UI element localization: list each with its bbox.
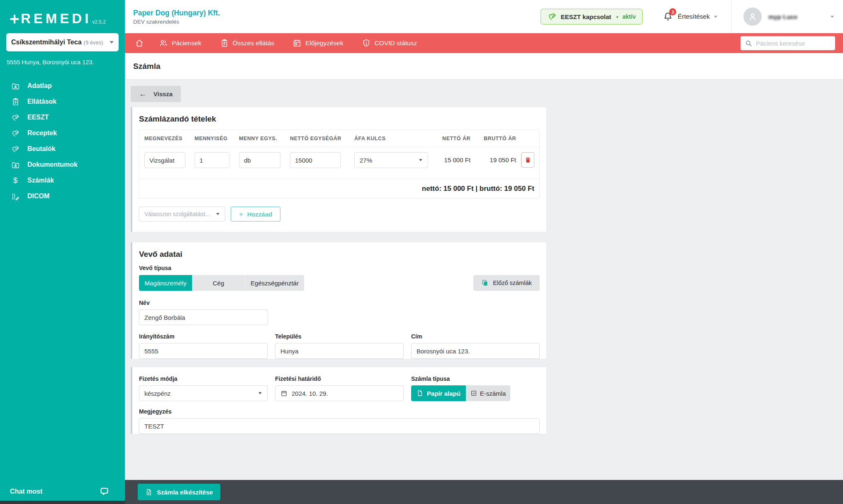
table-row: 27% 15 000 Ft 19 050 Ft [139,147,539,179]
add-item-button[interactable]: + Hozzáad [231,207,280,222]
invoice-type-toggle: Papír alapú E-számla [411,385,540,401]
clinic-name[interactable]: Paper Dog (Hungary) Kft. [133,9,220,17]
type-ceg-button[interactable]: Cég [192,275,245,291]
item-net-price: 15 000 Ft [436,152,470,168]
eeszt-connection-badge[interactable]: EESZT kapcsolat • aktív [541,9,643,24]
address-input[interactable] [411,343,540,359]
heart-pen-icon [548,12,557,21]
col-header-megnevezes: MEGNEVEZÉS [144,136,195,141]
chat-button[interactable]: Chat most [10,486,114,497]
shield-info-icon [362,39,371,48]
nav-item-paciensek[interactable]: Páciensek [159,39,202,48]
city-input[interactable] [275,343,404,359]
clinic-subtitle: DEV szakrendelés [133,19,220,25]
dollar-icon: $ [10,176,21,185]
item-quantity-input[interactable] [195,152,229,168]
main-navbar: Páciensek Összes ellátás Előjegyzések CO… [125,33,843,53]
delete-item-button[interactable] [521,152,534,168]
chat-bubble-icon [99,486,110,497]
sidebar: REMEDI v2.5.2 Csíkszentmihályi Teca (9 é… [0,0,125,504]
e-invoice-button[interactable]: E-számla [466,385,510,401]
action-footer: Számla elkészítése [125,480,843,504]
sidebar-item-adatlap[interactable]: Adatlap [0,78,125,94]
avatar [743,7,762,26]
app-version: v2.5.2 [92,19,106,25]
patient-search-input[interactable] [756,40,826,47]
name-label: Név [139,299,540,306]
app-logo-text: REMEDI [21,11,91,27]
customer-name-input[interactable] [139,309,268,325]
chevron-down-icon [216,213,219,215]
service-select[interactable]: Válasszon szolgáltatást... [139,207,225,222]
table-header-row: MEGNEVEZÉS MENNYISÉG MENNY EGYS. NETTÓ E… [139,130,539,147]
notifications-button[interactable]: 3 Értesítések [663,11,717,22]
chevron-down-icon [110,41,114,44]
back-arrow-icon: ← [139,90,147,99]
chevron-down-icon [419,159,422,161]
col-header-mennyiseg: MENNYISÉG [195,136,239,141]
user-menu[interactable]: myp t.uce [743,7,834,26]
customer-title: Vevő adatai [139,250,540,259]
col-header-afa-kulcs: ÁFA KULCS [354,136,436,141]
app-header: Paper Dog (Hungary) Kft. DEV szakrendelé… [125,0,843,33]
type-maganszemely-button[interactable]: Magánszemély [139,275,192,291]
payment-method-select[interactable]: készpénz [139,385,268,401]
customer-card: Vevő adatai Vevő típusa Magánszemély Cég… [131,242,547,359]
invoice-items-card: Számlázandó tételek MEGNEVEZÉS MENNYISÉG… [131,107,547,232]
chevron-down-icon [714,16,717,18]
back-button[interactable]: ← Vissza [131,86,181,102]
patient-search [741,36,835,50]
note-input[interactable] [139,418,540,434]
due-date-label: Fizetési határidő [275,375,404,382]
patient-address: 5555 Hunya, Borosnyói uca 123. [7,59,125,66]
search-icon [745,39,753,47]
previous-invoices-button[interactable]: Előző számlák [473,275,540,291]
paper-invoice-button[interactable]: Papír alapú [411,385,466,401]
copy-icon [481,279,489,287]
city-label: Település [275,333,404,340]
heart-pen-icon [10,129,21,138]
nav-item-osszes-ellatas[interactable]: Összes ellátás [220,39,275,48]
type-egeszsegpenztar-button[interactable]: Egészségpénztár [245,275,304,291]
patient-age: (9 éves) [84,39,103,46]
page-title: Számla [133,62,160,71]
invoice-items-table: MEGNEVEZÉS MENNYISÉG MENNY EGYS. NETTÓ E… [139,129,540,199]
col-header-netto-egysegar: NETTÓ EGYSÉGÁR [290,136,354,141]
due-date-picker[interactable]: 2024. 10. 29. [275,385,404,401]
eeszt-label: EESZT kapcsolat [561,13,612,20]
item-gross-price: 19 050 Ft [470,152,516,168]
due-date-value: 2024. 10. 29. [292,390,328,397]
sidebar-item-ellatasok[interactable]: Ellátások [0,94,125,110]
notification-count-badge: 3 [669,8,676,15]
sidebar-item-dicom[interactable]: DICOM [0,188,125,204]
invoice-type-label: Számla típusa [411,375,540,382]
plus-cross-icon [9,14,20,24]
vat-select[interactable]: 27% [354,152,428,168]
nav-item-covid-statusz[interactable]: COVID státusz [362,39,417,48]
payment-method-label: Fizetés módja [139,375,268,382]
sidebar-item-dokumentumok[interactable]: Dokumentumok [0,157,125,173]
sidebar-menu: Adatlap Ellátások EESZT Receptek Beutaló… [0,78,125,204]
item-name-input[interactable] [144,152,185,168]
nav-item-elojegyzesek[interactable]: Előjegyzések [292,39,343,48]
item-unit-input[interactable] [239,152,280,168]
content-area: ← Vissza Számlázandó tételek MEGNEVEZÉS … [125,80,843,480]
invoice-totals: nettó: 15 000 Ft | bruttó: 19 050 Ft [422,185,534,193]
sidebar-item-szamlak[interactable]: $ Számlák [0,173,125,188]
heart-pen-icon [10,145,21,153]
status-dot-icon: • [616,13,618,20]
eeszt-status: aktív [623,13,636,20]
people-icon [159,39,168,48]
item-net-unit-price-input[interactable] [290,152,341,168]
sidebar-item-receptek[interactable]: Receptek [0,125,125,141]
customer-type-segments: Magánszemély Cég Egészségpénztár Előző s… [139,275,540,291]
create-invoice-button[interactable]: Számla elkészítése [138,484,220,500]
patient-selector[interactable]: Csíkszentmihályi Teca (9 éves) [6,33,119,51]
folder-user-icon [10,161,21,169]
zip-input[interactable] [139,343,268,359]
nav-home-button[interactable] [135,39,144,48]
sidebar-item-beutalok[interactable]: Beutalók [0,141,125,157]
totals-row: nettó: 15 000 Ft | bruttó: 19 050 Ft [139,179,539,198]
heart-pen-icon [10,113,21,122]
sidebar-item-eeszt[interactable]: EESZT [0,110,125,125]
